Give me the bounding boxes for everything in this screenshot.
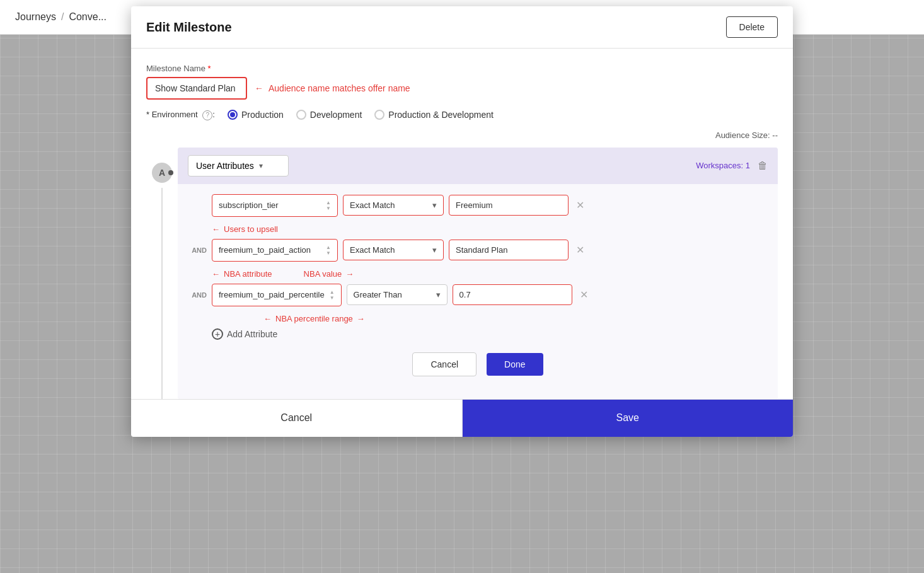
add-attribute-icon: +	[212, 328, 223, 340]
milestone-name-label: Milestone Name *	[146, 64, 778, 73]
name-annotation: ← Audience name matches offer name	[255, 83, 410, 93]
panel-line	[161, 188, 163, 399]
arrow-3b: →	[357, 314, 365, 323]
attr-row-3: freemium_to_paid_percentile ▲ ▼ Greater …	[212, 284, 768, 306]
arrow-2b: →	[345, 269, 354, 279]
panel-cancel-button[interactable]: Cancel	[412, 352, 476, 376]
radio-production	[228, 110, 238, 120]
environment-label: * Environment ?:	[146, 110, 215, 120]
modal-title: Edit Milestone	[146, 20, 232, 35]
modal-footer: Cancel Save	[131, 399, 793, 437]
attr-match-select-1[interactable]: Exact Match ▾	[343, 195, 444, 216]
and-label-1: AND	[188, 246, 207, 254]
main-panel: User Attributes ▾ Workspaces: 1 🗑	[178, 148, 778, 399]
name-input-wrapper: ← Audience name matches offer name	[146, 77, 778, 100]
sort-icons-2: ▲ ▼	[326, 245, 331, 256]
panel-header: User Attributes ▾ Workspaces: 1 🗑	[178, 148, 778, 184]
nba-percentile-text: NBA percentile range	[275, 314, 353, 323]
radio-inner	[230, 112, 235, 117]
env-option-production[interactable]: Production	[228, 110, 284, 120]
annotation-2: ← NBA attribute NBA value →	[212, 269, 768, 279]
panel-left: A	[146, 148, 178, 399]
environment-options: Production Development Production & Deve…	[228, 110, 494, 120]
attr-row-1: subscription_tier ▲ ▼ Exact Match ▾	[212, 194, 768, 217]
radio-prod-dev	[374, 110, 384, 120]
trash-icon[interactable]: 🗑	[758, 160, 768, 171]
add-attribute-label: Add Attribute	[227, 329, 277, 339]
match-chevron-2: ▾	[432, 245, 437, 255]
match-chevron-3: ▾	[436, 290, 441, 299]
env-option-development[interactable]: Development	[296, 110, 362, 120]
footer-save-button[interactable]: Save	[463, 400, 794, 437]
modal-header: Edit Milestone Delete	[131, 6, 793, 49]
and-label-2: AND	[188, 291, 207, 299]
nba-attr-text: NBA attribute	[224, 269, 272, 279]
env-option-prod-dev[interactable]: Production & Development	[374, 110, 494, 120]
remove-btn-1[interactable]: ✕	[574, 197, 587, 214]
remove-btn-3[interactable]: ✕	[577, 286, 591, 303]
dropdown-chevron-icon: ▾	[259, 161, 263, 170]
attr-row-3-wrapper: AND freemium_to_paid_percentile ▲ ▼	[188, 284, 768, 306]
milestone-name-input[interactable]	[146, 77, 247, 100]
remove-btn-2[interactable]: ✕	[574, 241, 587, 258]
attr-row-2-wrapper: AND freemium_to_paid_action ▲ ▼	[188, 239, 768, 262]
annotation-text-1: Users to upsell	[224, 224, 278, 234]
arrow-3: ←	[263, 314, 272, 323]
attr-name-select-3[interactable]: freemium_to_paid_percentile ▲ ▼	[212, 284, 342, 306]
annotation-text: Audience name matches offer name	[269, 83, 410, 93]
attr-name-select-2[interactable]: freemium_to_paid_action ▲ ▼	[212, 239, 338, 262]
attr-match-select-2[interactable]: Exact Match ▾	[343, 240, 444, 260]
attr-match-select-3[interactable]: Greater Than ▾	[347, 284, 448, 305]
radio-development	[296, 110, 306, 120]
attr-value-input-2[interactable]	[449, 240, 569, 260]
attr-value-input-1[interactable]	[449, 195, 569, 216]
panel-done-button[interactable]: Done	[487, 353, 543, 376]
audience-size-row: Audience Size: --	[146, 130, 778, 140]
user-attributes-dropdown[interactable]: User Attributes ▾	[188, 155, 289, 177]
attr-value-input-3[interactable]	[453, 284, 572, 305]
add-attribute-row[interactable]: + Add Attribute	[212, 328, 768, 340]
sort-icons-1: ▲ ▼	[326, 200, 331, 211]
annotation-1: ← Users to upsell	[212, 224, 768, 234]
nba-attribute-annotation: ← NBA attribute	[212, 269, 272, 279]
nba-value-annotation: NBA value →	[304, 269, 354, 279]
modal-overlay: Edit Milestone Delete Milestone Name * ←…	[0, 0, 924, 573]
attr-row-1-wrapper: subscription_tier ▲ ▼ Exact Match ▾	[188, 194, 768, 217]
environment-row: * Environment ?: Production Development	[146, 110, 778, 120]
edit-milestone-modal: Edit Milestone Delete Milestone Name * ←…	[131, 6, 793, 437]
attr-row-2: freemium_to_paid_action ▲ ▼ Exact Match …	[212, 239, 768, 262]
workspaces-link[interactable]: Workspaces: 1	[696, 161, 750, 170]
modal-body: Milestone Name * ← Audience name matches…	[131, 49, 793, 399]
panel-bullet: A	[152, 163, 172, 183]
delete-button[interactable]: Delete	[726, 16, 778, 38]
nba-value-text: NBA value	[304, 269, 342, 279]
bullet-dot	[168, 170, 173, 175]
arrow-2a: ←	[212, 269, 220, 279]
required-star: *	[208, 64, 211, 73]
panel-content: subscription_tier ▲ ▼ Exact Match ▾	[178, 184, 778, 399]
panel-header-right: Workspaces: 1 🗑	[696, 160, 768, 171]
help-icon[interactable]: ?	[202, 110, 212, 120]
audience-size-value: --	[772, 130, 778, 140]
arrow-icon: ←	[255, 83, 263, 93]
sort-icons-3: ▲ ▼	[330, 289, 335, 301]
match-chevron-1: ▾	[432, 200, 437, 210]
arrow-1: ←	[212, 224, 220, 234]
attr-name-select-1[interactable]: subscription_tier ▲ ▼	[212, 194, 338, 217]
panel-area: A User Attributes ▾ Workspaces: 1	[146, 148, 778, 399]
action-buttons: Cancel Done	[188, 340, 768, 389]
annotation-3: ← NBA percentile range →	[263, 314, 768, 323]
footer-cancel-button[interactable]: Cancel	[131, 400, 463, 437]
